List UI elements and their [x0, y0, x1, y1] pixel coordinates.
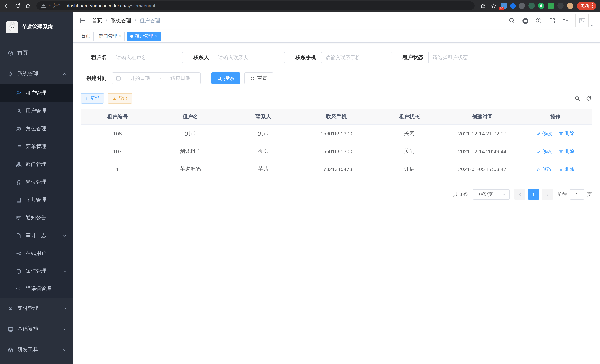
github-icon[interactable] — [522, 17, 529, 24]
reset-button[interactable]: 重置 — [244, 72, 273, 84]
gear-icon — [7, 71, 13, 77]
next-page-button[interactable] — [542, 189, 553, 200]
extension-icon-green-dark[interactable] — [528, 3, 535, 9]
broadcast-icon — [16, 251, 21, 256]
sidebar-item-dept[interactable]: 部门管理 — [0, 156, 73, 173]
yen-icon: ¥ — [7, 305, 13, 311]
close-icon[interactable]: × — [155, 34, 157, 38]
edit-button[interactable]: 修改 — [536, 130, 552, 137]
sidebar-item-dict[interactable]: 字典管理 — [0, 191, 73, 209]
page-size-select[interactable]: 10条/页 — [473, 189, 510, 200]
pencil-icon — [536, 167, 541, 171]
add-button[interactable]: + 新增 — [81, 93, 104, 103]
search-button[interactable]: 搜索 — [211, 72, 240, 84]
tab-dept[interactable]: 部门管理 × — [96, 31, 125, 41]
field-phone: 联系手机 — [295, 52, 392, 64]
sidebar-logo[interactable]: 芋道管理系统 — [0, 11, 73, 43]
contact-input[interactable] — [218, 55, 281, 60]
phone-input[interactable] — [325, 55, 388, 60]
export-button[interactable]: 导出 — [107, 93, 132, 103]
delete-button[interactable]: 删除 — [559, 130, 574, 137]
sidebar-item-label: 字典管理 — [26, 197, 46, 203]
extension-icon-badged[interactable]: 10 — [501, 3, 507, 9]
field-tenant-name: 租户名 — [81, 52, 183, 64]
security-chip[interactable]: 不安全 — [41, 3, 61, 9]
date-range-picker[interactable]: 开始日期 - 结束日期 — [112, 72, 201, 84]
extension-icon-puzzle[interactable] — [557, 3, 564, 9]
search-icon[interactable] — [508, 17, 516, 24]
refresh-icon[interactable] — [586, 95, 592, 102]
delete-button[interactable]: 删除 — [559, 166, 574, 172]
font-size-icon[interactable]: TT — [562, 17, 569, 24]
status-select[interactable]: 请选择租户状态 — [428, 52, 499, 64]
range-separator: - — [159, 75, 161, 81]
sidebar-item-user[interactable]: 用户管理 — [0, 102, 73, 120]
logo-image — [6, 21, 18, 33]
address-bar[interactable]: 不安全 dashboard.yudao.iocoder.cn/system/te… — [36, 1, 475, 10]
tenant-name-input[interactable] — [116, 55, 178, 60]
sidebar-item-online-user[interactable]: 在线用户 — [0, 244, 73, 262]
help-icon[interactable]: ? — [535, 17, 542, 24]
back-icon[interactable] — [4, 2, 10, 9]
cell-contact: 秃头 — [227, 142, 300, 160]
extension-icon-blue[interactable] — [509, 2, 516, 9]
reload-icon[interactable] — [14, 2, 21, 9]
sidebar-item-label: 通知公告 — [26, 215, 46, 221]
toggle-search-icon[interactable] — [574, 95, 580, 102]
sidebar-item-role[interactable]: 角色管理 — [0, 120, 73, 138]
breadcrumb-separator: / — [135, 18, 136, 24]
sidebar-item-menu[interactable]: 菜单管理 — [0, 138, 73, 156]
bookmark-star-icon[interactable] — [490, 2, 497, 9]
caret-down-icon — [590, 24, 594, 28]
url-text: dashboard.yudao.iocoder.cn/system/tenant — [67, 3, 155, 8]
extension-icon-green-circle[interactable] — [538, 3, 544, 9]
sidebar-collapse-icon[interactable] — [79, 17, 86, 24]
close-icon[interactable]: × — [119, 34, 121, 38]
download-icon — [112, 96, 116, 101]
sidebar-item-post[interactable]: 岗位管理 — [0, 173, 73, 191]
sidebar-item-label: 部门管理 — [26, 161, 46, 168]
trash-icon — [559, 131, 563, 136]
security-label: 不安全 — [48, 3, 61, 9]
app-title: 芋道管理系统 — [22, 24, 53, 30]
sidebar-item-error-code[interactable]: </> 错误码管理 — [0, 280, 73, 298]
fullscreen-icon[interactable] — [548, 17, 555, 24]
sidebar-item-system[interactable]: 系统管理 — [0, 64, 73, 84]
user-avatar-menu[interactable] — [575, 14, 594, 28]
home-icon[interactable] — [25, 2, 31, 9]
delete-button[interactable]: 删除 — [559, 148, 574, 155]
share-icon[interactable] — [480, 2, 487, 9]
browser-profile-avatar[interactable] — [567, 3, 573, 9]
edit-button[interactable]: 修改 — [536, 166, 552, 172]
page-number-button[interactable]: 1 — [528, 189, 539, 200]
extension-icon-dark[interactable] — [519, 3, 525, 9]
app-frame: 芋道管理系统 首页 系统管理 — [0, 11, 600, 364]
goto-page-input[interactable] — [570, 189, 584, 200]
sidebar-item-pay[interactable]: ¥ 支付管理 — [0, 298, 73, 319]
sidebar-item-home[interactable]: 首页 — [0, 43, 73, 64]
sidebar-item-audit-log[interactable]: 审计日志 — [0, 227, 73, 244]
tab-tenant-active[interactable]: 租户管理 × — [127, 31, 161, 41]
sidebar-item-notice[interactable]: 通知公告 — [0, 209, 73, 227]
sidebar-item-dev-tools[interactable]: 研发工具 — [0, 339, 73, 360]
browser-update-button[interactable]: 更新 — [577, 2, 596, 10]
extension-icon-green-square[interactable] — [548, 3, 554, 9]
sidebar-item-sms[interactable]: 短信管理 — [0, 262, 73, 280]
field-contact: 联系人 — [193, 52, 285, 64]
cell-contact: 芋艿 — [227, 160, 300, 178]
breadcrumb-item-system[interactable]: 系统管理 — [111, 17, 131, 24]
chevron-down-icon — [63, 327, 67, 331]
screen: 不安全 dashboard.yudao.iocoder.cn/system/te… — [0, 0, 600, 364]
sidebar-item-label: 短信管理 — [26, 268, 46, 275]
cell-status: 开启 — [373, 160, 446, 178]
sidebar-item-infra[interactable]: 基础设施 — [0, 319, 73, 339]
tab-home[interactable]: 首页 — [78, 31, 94, 41]
sidebar-item-label: 基础设施 — [18, 326, 38, 332]
svg-text:T: T — [562, 18, 565, 23]
breadcrumb-item-home[interactable]: 首页 — [92, 17, 103, 24]
prev-page-button[interactable] — [514, 189, 525, 200]
sidebar-item-tenant[interactable]: 租户管理 — [0, 84, 73, 102]
browser-menu-icon[interactable] — [592, 3, 593, 8]
monitor-icon — [7, 326, 13, 332]
edit-button[interactable]: 修改 — [536, 148, 552, 155]
